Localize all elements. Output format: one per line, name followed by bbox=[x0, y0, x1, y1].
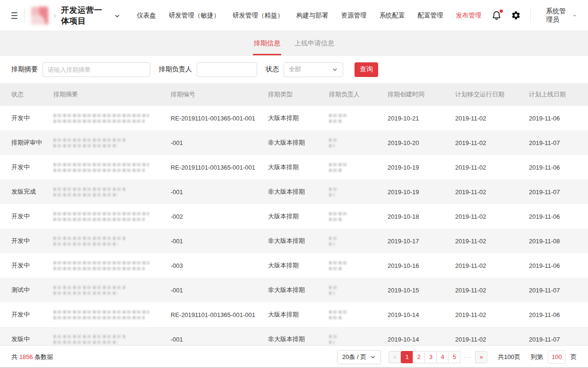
goto-page-suffix: 页 bbox=[571, 353, 577, 361]
summary-redacted-text bbox=[53, 310, 171, 319]
handover-date-cell: 2019-11-02 bbox=[455, 115, 529, 122]
tab[interactable]: 上线申请信息 bbox=[294, 31, 335, 55]
status-cell: 开发中 bbox=[11, 114, 53, 122]
handover-date-cell: 2019-11-02 bbox=[455, 262, 529, 269]
handover-date-cell: 2019-11-02 bbox=[455, 336, 529, 343]
summary-redacted-text bbox=[53, 163, 171, 172]
hamburger-menu-icon[interactable] bbox=[11, 12, 17, 19]
next-page-button[interactable]: » bbox=[475, 351, 487, 363]
status-filter-label: 状态 bbox=[266, 65, 279, 74]
table-row[interactable]: 开发中 -003 大版本排期 2019-10-16 2019-11-02 201… bbox=[0, 253, 588, 278]
page-button[interactable]: 1 bbox=[401, 351, 413, 363]
created-date-cell: 2019-10-15 bbox=[388, 287, 455, 294]
table-row[interactable]: 发版完成 -001 非大版本排期 2019-10-19 2019-11-02 2… bbox=[0, 180, 588, 204]
main-nav: 仪表盘研发管理（敏捷）研发管理（精益）构建与部署资源管理系统配置配置管理发布管理 bbox=[137, 11, 481, 20]
tab[interactable]: 排期信息 bbox=[253, 31, 281, 55]
divider bbox=[530, 9, 531, 23]
status-cell: 排期评审中 bbox=[11, 138, 53, 147]
nav-item[interactable]: 研发管理（精益） bbox=[233, 11, 284, 20]
nav-item[interactable]: 配置管理 bbox=[417, 11, 443, 20]
created-date-cell: 2019-10-16 bbox=[388, 262, 455, 269]
created-date-cell: 2019-10-14 bbox=[388, 311, 455, 318]
column-header: 计划移交运行日期 bbox=[455, 90, 529, 99]
handover-date-cell: 2019-11-02 bbox=[455, 311, 529, 318]
online-date-cell: 2019-11-06 bbox=[529, 213, 588, 220]
app-window: › 开发运营一体项目 仪表盘研发管理（敏捷）研发管理（精益）构建与部署资源管理系… bbox=[0, 0, 588, 368]
total-pages-text: 共100页 bbox=[498, 353, 520, 361]
schedule-code-cell: -001 bbox=[171, 238, 268, 245]
handover-date-cell: 2019-11-02 bbox=[455, 287, 529, 294]
column-header: 排期负责人 bbox=[329, 90, 388, 99]
table-row[interactable]: 开发中 -001 非大版本排期 2019-10-17 2019-11-02 20… bbox=[0, 229, 588, 253]
owner-filter-label: 排期负责人 bbox=[159, 65, 192, 74]
schedule-code-cell: -003 bbox=[171, 262, 268, 269]
notification-badge bbox=[500, 9, 503, 13]
owner-redacted-text bbox=[329, 261, 388, 270]
schedule-type-cell: 大版本排期 bbox=[268, 163, 329, 171]
nav-item[interactable]: 发布管理 bbox=[456, 11, 481, 20]
summary-filter-input[interactable] bbox=[43, 62, 150, 77]
nav-item[interactable]: 系统配置 bbox=[379, 11, 405, 20]
table-row[interactable]: 测试中 -001 非大版本排期 2019-10-15 2019-11-02 20… bbox=[0, 278, 588, 302]
schedule-type-cell: 大版本排期 bbox=[268, 212, 329, 221]
schedule-type-cell: 大版本排期 bbox=[268, 310, 329, 319]
page-buttons: « 12345 ··· » bbox=[389, 351, 487, 363]
pages-ellipsis: ··· bbox=[464, 353, 471, 360]
table-row[interactable]: 发版中 -001 非大版本排期 2019-10-14 2019-11-02 20… bbox=[0, 327, 588, 345]
owner-redacted-text bbox=[329, 335, 388, 344]
schedule-type-cell: 大版本排期 bbox=[268, 261, 329, 270]
app-logo[interactable] bbox=[31, 7, 49, 25]
summary-redacted-text bbox=[53, 335, 171, 344]
table-row[interactable]: 排期评审中 -001 非大版本排期 2019-10-20 2019-11-02 … bbox=[0, 130, 588, 155]
nav-item[interactable]: 研发管理（敏捷） bbox=[169, 11, 220, 20]
page-button[interactable]: 4 bbox=[436, 351, 449, 363]
chevron-down-icon bbox=[332, 67, 338, 73]
handover-date-cell: 2019-11-02 bbox=[455, 139, 529, 146]
table-row[interactable]: 开发中 RE-20191101-001365-001-001 大版本排期 201… bbox=[0, 106, 588, 130]
created-date-cell: 2019-10-19 bbox=[388, 188, 455, 196]
page-size-select[interactable]: 20条 / 页 bbox=[337, 350, 381, 364]
search-button[interactable]: 查询 bbox=[355, 62, 378, 77]
table-body: 开发中 RE-20191101-001365-001-001 大版本排期 201… bbox=[0, 106, 588, 345]
page-button[interactable]: 5 bbox=[448, 351, 460, 363]
status-selected-value: 全部 bbox=[289, 65, 301, 74]
goto-page-input[interactable] bbox=[548, 351, 566, 364]
owner-filter-input[interactable] bbox=[197, 62, 257, 77]
owner-redacted-text bbox=[329, 237, 388, 246]
table-row[interactable]: 开发中 -002 大版本排期 2019-10-18 2019-11-02 201… bbox=[0, 204, 588, 229]
nav-item[interactable]: 资源管理 bbox=[341, 11, 366, 20]
column-header: 状态 bbox=[11, 90, 53, 99]
prev-page-button[interactable]: « bbox=[389, 351, 401, 363]
schedule-type-cell: 非大版本排期 bbox=[268, 188, 329, 196]
handover-date-cell: 2019-11-02 bbox=[455, 164, 529, 171]
total-count-text: 共 1856 条数据 bbox=[11, 353, 53, 361]
user-name: 系统管理员 bbox=[546, 7, 568, 24]
table-row[interactable]: 开发中 RE-20191101-001365-001-001 大版本排期 201… bbox=[0, 155, 588, 180]
page-button[interactable]: 2 bbox=[413, 351, 425, 363]
summary-redacted-text bbox=[53, 237, 171, 246]
summary-filter-label: 排期摘要 bbox=[11, 65, 38, 74]
schedule-code-cell: -001 bbox=[171, 188, 268, 196]
summary-redacted-text bbox=[53, 114, 171, 123]
schedule-code-cell: RE-20191101-001365-001-001 bbox=[171, 164, 268, 171]
online-date-cell: 2019-11-08 bbox=[529, 238, 588, 245]
project-title[interactable]: 开发运营一体项目 bbox=[61, 5, 109, 26]
page-button[interactable]: 3 bbox=[424, 351, 437, 363]
user-menu[interactable]: 系统管理员 bbox=[539, 7, 577, 24]
nav-item[interactable]: 仪表盘 bbox=[137, 11, 156, 20]
status-cell: 开发中 bbox=[11, 237, 53, 245]
owner-redacted-text bbox=[329, 188, 388, 197]
schedule-type-cell: 大版本排期 bbox=[268, 114, 329, 122]
handover-date-cell: 2019-11-02 bbox=[455, 213, 529, 220]
nav-item[interactable]: 构建与部署 bbox=[296, 11, 329, 20]
chevron-down-icon[interactable] bbox=[114, 13, 121, 19]
online-date-cell: 2019-11-07 bbox=[529, 287, 588, 294]
table-row[interactable]: 开发中 RE-20191101-001365-001-001 大版本排期 201… bbox=[0, 302, 588, 327]
status-filter-select[interactable]: 全部 bbox=[284, 62, 343, 77]
settings-gear-icon[interactable] bbox=[511, 10, 521, 20]
schedule-code-cell: -001 bbox=[171, 139, 268, 146]
schedule-code-cell: -001 bbox=[171, 287, 268, 294]
schedule-type-cell: 非大版本排期 bbox=[268, 237, 329, 245]
notifications-bell-icon[interactable] bbox=[492, 10, 502, 20]
created-date-cell: 2019-10-19 bbox=[388, 164, 455, 171]
